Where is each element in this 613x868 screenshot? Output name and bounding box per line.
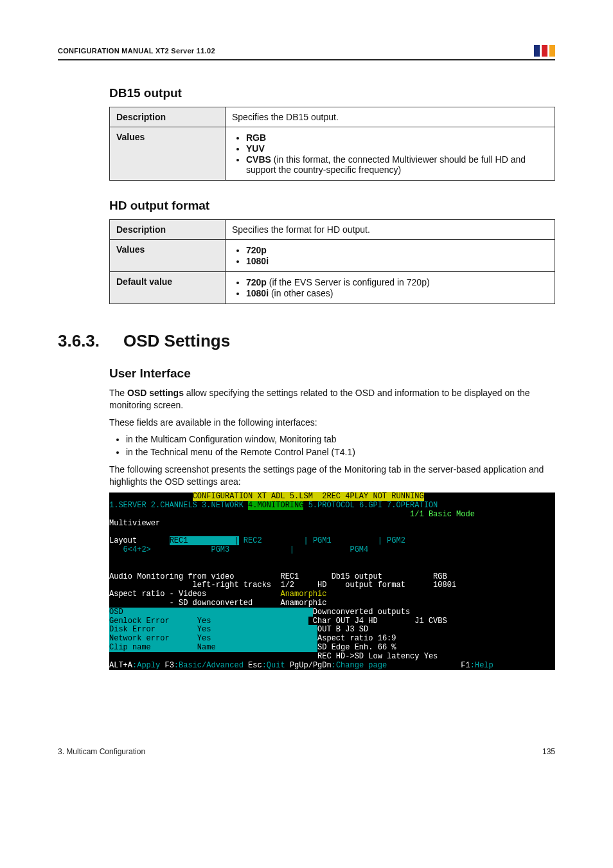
t-pgm1: PGM1 | (308, 536, 382, 545)
t-mode: 1/1 Basic Mode (410, 510, 475, 519)
label-values: Values (110, 127, 226, 181)
footer-left: 3. Multicam Configuration (58, 747, 145, 756)
t-rec1: REC1 | (170, 536, 239, 545)
footer-page-number: 135 (542, 747, 555, 756)
value-values: 720p 1080i (226, 240, 555, 272)
t-esc: Esc (248, 661, 262, 670)
t-f3: F3 (164, 661, 173, 670)
hd-output-table: Description Specifies the format for HD … (109, 219, 555, 304)
value-720p: 720p (246, 245, 267, 255)
manual-title: CONFIGURATION MANUAL XT2 Server 11.02 (58, 47, 215, 55)
t-clipname: Clip name Name (109, 643, 317, 652)
label-description: Description (110, 107, 226, 127)
list-item: in the Technical menu of the Remote Cont… (126, 447, 555, 457)
t-osd-label: OSD (109, 608, 313, 617)
page-header: CONFIGURATION MANUAL XT2 Server 11.02 (58, 45, 555, 60)
chapter-heading: 3.6.3. OSD Settings (58, 331, 555, 351)
t-genlock: Genlock Error Yes (109, 617, 308, 626)
t-title: CONFIGURATION XT ADL 5.LSM 2REC 4PLAY NO… (193, 492, 424, 501)
t-f1: F1 (461, 661, 470, 670)
value-cvbs-prefix: CVBS (246, 154, 271, 165)
t-pgm2: PGM2 (382, 536, 438, 545)
t-tabs-a: 1.SERVER 2.CHANNELS 3.NETWORK (109, 501, 248, 510)
t-latency: REC HD->SD Low latency Yes (317, 652, 438, 661)
t-aspect-label: Aspect ratio - Videos (109, 590, 206, 599)
label-description: Description (110, 220, 226, 240)
t-layout-label: Layout (109, 536, 170, 545)
t-row2: 6<4+2> PGM3 | PGM4 (109, 545, 368, 554)
t-tracks: left-right tracks 1/2 HD output format 1… (109, 581, 456, 590)
user-interface-heading: User Interface (109, 366, 555, 381)
table-row: Values 720p 1080i (110, 240, 555, 272)
t-aspect169: Aspect ratio 16:9 (317, 634, 396, 643)
chapter-number: 3.6.3. (58, 331, 107, 351)
chapter-title: OSD Settings (123, 331, 230, 351)
list-item: in the Multicam Configuration window, Mo… (126, 434, 555, 444)
hd-output-heading: HD output format (109, 199, 555, 213)
value-description: Specifies the DB15 output. (226, 107, 555, 127)
paragraph-1: The OSD settings allow specifying the se… (109, 387, 555, 411)
p1-b: OSD settings (127, 388, 184, 398)
default-720p-rest: (if the EVS Server is configured in 720p… (267, 277, 430, 287)
db15-output-table: Description Specifies the DB15 output. V… (109, 107, 555, 181)
t-pad (109, 492, 193, 501)
t-anamorphic1: Anamorphic (206, 590, 326, 599)
table-row: Default value 720p (if the EVS Server is… (110, 272, 555, 304)
p1-a: The (109, 388, 127, 398)
default-720p-prefix: 720p (246, 277, 267, 287)
default-1080i-prefix: 1080i (246, 288, 269, 298)
t-sd-down: - SD downconverted Anamorphic (109, 599, 326, 608)
t-tabs-c: 5.PROTOCOL 6.GPI 7.OPERATION (303, 501, 438, 510)
logo-bar-1 (534, 45, 540, 57)
default-1080i-rest: (in other cases) (269, 288, 333, 298)
t-basicadv: :Basic/Advanced (174, 661, 248, 670)
t-downconv: Downconverted outputs (313, 608, 410, 617)
t-multiviewer: Multiviewer (109, 519, 160, 528)
value-1080i: 1080i (246, 256, 269, 266)
t-pad (109, 510, 410, 519)
t-edge: SD Edge Enh. 66 % (317, 643, 396, 652)
interfaces-list: in the Multicam Configuration window, Mo… (109, 434, 555, 457)
t-rec2: REC2 | (239, 536, 308, 545)
t-charout: Char OUT J4 HD J1 CVBS (308, 617, 447, 626)
value-cvbs-rest: (in this format, the connected Multiview… (246, 154, 526, 175)
value-rgb: RGB (246, 132, 266, 143)
value-description: Specifies the format for HD output. (226, 220, 555, 240)
t-quit: :Quit (262, 661, 290, 670)
monitoring-terminal-screenshot: CONFIGURATION XT ADL 5.LSM 2REC 4PLAY NO… (109, 493, 555, 670)
value-default: 720p (if the EVS Server is configured in… (226, 272, 555, 304)
t-tab-active: 4.MONITORING (248, 501, 303, 510)
t-network: Network error Yes (109, 634, 317, 643)
t-pgup: PgUp/PgDn (290, 661, 332, 670)
logo-bar-3 (549, 45, 555, 57)
paragraph-2: These fields are available in the follow… (109, 417, 555, 429)
db15-output-heading: DB15 output (109, 86, 555, 100)
label-values: Values (110, 240, 226, 272)
t-alta: ALT+A (109, 661, 132, 670)
table-row: Values RGB YUV CVBS (in this format, the… (110, 127, 555, 181)
value-yuv: YUV (246, 143, 265, 154)
t-change: :Change page (332, 661, 461, 670)
t-help: :Help (470, 661, 493, 670)
value-values: RGB YUV CVBS (in this format, the connec… (226, 127, 555, 181)
t-outb: OUT B J3 SD (317, 625, 368, 634)
table-row: Description Specifies the format for HD … (110, 220, 555, 240)
logo-bar-2 (542, 45, 547, 57)
label-default: Default value (110, 272, 226, 304)
evs-logo (534, 45, 555, 57)
paragraph-3: The following screenshot presents the se… (109, 464, 555, 488)
table-row: Description Specifies the DB15 output. (110, 107, 555, 127)
page-footer: 3. Multicam Configuration 135 (58, 747, 555, 756)
t-apply: :Apply (132, 661, 164, 670)
t-audio: Audio Monitoring from video REC1 Db15 ou… (109, 572, 447, 581)
t-pad (109, 652, 317, 661)
t-disk: Disk Error Yes (109, 625, 317, 634)
